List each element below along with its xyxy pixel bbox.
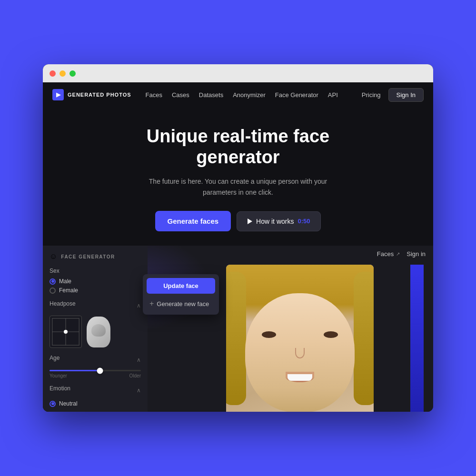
face-generator-sidebar: ☺ FACE GENERATOR Sex Male Female Headpos (43, 246, 148, 412)
head-3d-model (87, 317, 110, 347)
logo-icon: ▶ (52, 89, 64, 100)
time-badge: 0:50 (298, 218, 310, 225)
nav-links: Faces Cases Datasets Anonymizer Face Gen… (146, 91, 362, 99)
headpose-grid (50, 316, 141, 348)
update-face-button[interactable]: Update face (147, 278, 215, 294)
content-topbar: Faces ↗ Sign in (148, 246, 433, 262)
neutral-option[interactable]: Neutral (50, 400, 141, 407)
nav-cases[interactable]: Cases (172, 91, 189, 99)
update-face-dropdown: Update face + Generate new face (143, 274, 219, 315)
emotion-chevron-icon[interactable]: ∧ (137, 387, 141, 394)
generate-new-label: Generate new face (157, 300, 209, 307)
headpose-section-header: Headpose ∧ (50, 300, 141, 311)
sex-radio-group: Male Female (50, 278, 141, 294)
nav-faces[interactable]: Faces (146, 91, 162, 99)
pricing-link[interactable]: Pricing (362, 91, 381, 99)
pose-dot[interactable] (64, 330, 68, 334)
sidebar-title: FACE GENERATOR (61, 254, 115, 259)
nav-face-generator[interactable]: Face Generator (275, 91, 318, 99)
navbar: ▶ GENERATED PHOTOS Faces Cases Datasets … (43, 82, 433, 107)
age-chevron-icon[interactable]: ∧ (137, 357, 141, 363)
age-label: Age (50, 355, 60, 361)
age-section-header: Age ∧ (50, 355, 141, 365)
faces-topbar-link[interactable]: Faces ↗ (377, 250, 400, 258)
side-accent-bar (410, 265, 424, 412)
sex-male-label: Male (59, 278, 71, 285)
logo-text: GENERATED PHOTOS (68, 92, 131, 98)
sex-male-radio[interactable] (50, 278, 56, 285)
faces-link-label: Faces (377, 250, 394, 258)
sign-in-button[interactable]: Sign In (388, 88, 424, 102)
play-icon (248, 218, 252, 224)
age-slider-fill (50, 370, 100, 371)
sex-label: Sex (50, 268, 141, 274)
age-slider-thumb[interactable] (97, 367, 103, 374)
external-link-icon: ↗ (396, 251, 400, 257)
sex-male-option[interactable]: Male (50, 278, 141, 285)
age-older-label: Older (129, 373, 141, 378)
sex-female-option[interactable]: Female (50, 287, 141, 294)
browser-content: ▶ GENERATED PHOTOS Faces Cases Datasets … (43, 82, 433, 412)
generate-new-face-button[interactable]: + Generate new face (147, 297, 215, 311)
emotion-label: Emotion (50, 385, 70, 392)
browser-chrome (43, 64, 433, 82)
age-younger-label: Younger (50, 373, 67, 378)
bottom-section: ☺ FACE GENERATOR Sex Male Female Headpos (43, 246, 433, 412)
generate-faces-button[interactable]: Generate faces (155, 211, 231, 231)
headpose-label: Headpose (50, 300, 76, 307)
hero-title: Unique real-time face generator (124, 126, 352, 168)
emotion-section-header: Emotion ∧ (50, 385, 141, 396)
hero-buttons: Generate faces How it works 0:50 (155, 211, 321, 231)
age-slider-track[interactable] (50, 370, 141, 371)
minimize-button[interactable] (60, 70, 66, 77)
hero-section: Unique real-time face generator The futu… (43, 107, 433, 246)
face-hair-left (226, 272, 246, 405)
browser-window: ▶ GENERATED PHOTOS Faces Cases Datasets … (43, 64, 433, 412)
sex-female-radio[interactable] (50, 288, 56, 294)
how-it-works-label: How it works (256, 218, 294, 225)
content-sign-in[interactable]: Sign in (407, 250, 426, 258)
generated-face-image (226, 265, 374, 412)
nav-right: Pricing Sign In (362, 88, 424, 102)
neutral-radio[interactable] (50, 401, 56, 407)
close-button[interactable] (50, 70, 56, 77)
main-content: Faces ↗ Sign in (148, 246, 433, 412)
nav-api[interactable]: API (328, 91, 338, 99)
how-it-works-button[interactable]: How it works 0:50 (237, 211, 321, 231)
face-hair-right (354, 272, 374, 405)
plus-icon: + (149, 299, 154, 308)
nav-anonymizer[interactable]: Anonymizer (233, 91, 266, 99)
maximize-button[interactable] (69, 70, 76, 77)
head-face (91, 324, 106, 337)
hero-subtitle: The future is here. You can create a uni… (148, 176, 328, 198)
face-gen-icon: ☺ (50, 252, 57, 261)
sidebar-header: ☺ FACE GENERATOR (50, 252, 141, 261)
logo[interactable]: ▶ GENERATED PHOTOS (52, 89, 131, 100)
face-nose (295, 348, 305, 358)
sex-female-label: Female (59, 287, 78, 294)
age-slider-labels: Younger Older (50, 373, 141, 378)
face-teeth (288, 374, 312, 381)
nav-datasets[interactable]: Datasets (199, 91, 223, 99)
headpose-chevron-icon[interactable]: ∧ (137, 302, 141, 309)
age-slider-section: Younger Older (50, 370, 141, 378)
pose-grid-box[interactable] (50, 316, 82, 348)
neutral-label: Neutral (59, 400, 78, 407)
